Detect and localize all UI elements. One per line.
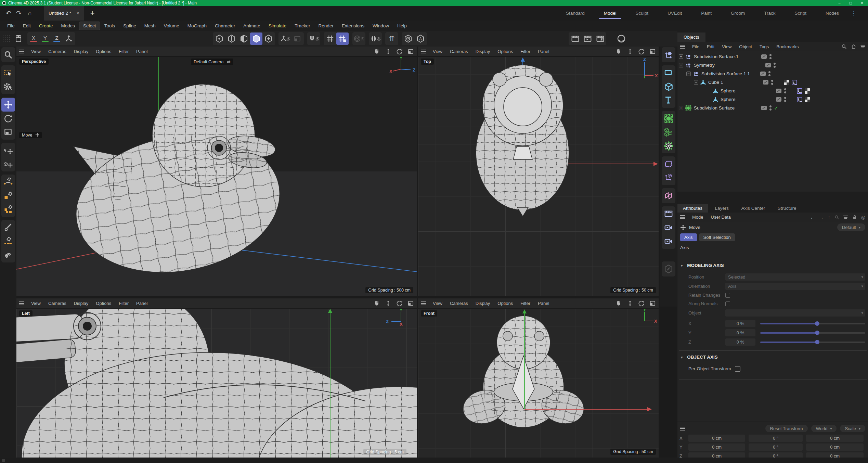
object-row[interactable]: + Subdivision Surface.1 [679, 52, 868, 61]
objects-menu-file[interactable]: File [689, 43, 703, 50]
workplane-icon[interactable] [291, 33, 303, 45]
menu-tools[interactable]: Tools [101, 22, 119, 30]
duck-model-top[interactable] [476, 65, 569, 216]
menu-extensions[interactable]: Extensions [338, 22, 368, 30]
field-object-icon[interactable] [662, 157, 675, 171]
target-icon[interactable]: ◎ [861, 215, 865, 220]
home-icon[interactable]: ⌂ [24, 10, 36, 17]
viewport-menu-options[interactable]: Options [92, 48, 115, 55]
lock-icon[interactable] [852, 215, 857, 220]
layer-chip[interactable] [761, 106, 767, 110]
layout-tab-nodes[interactable]: Nodes [816, 6, 848, 21]
object-row[interactable]: − Cube 1 [679, 78, 868, 87]
viewport-menu-view[interactable]: View [429, 48, 446, 55]
viewport-menu-options[interactable]: Options [494, 48, 516, 55]
duck-model-perspective[interactable] [65, 84, 291, 288]
phong-tag-icon[interactable] [797, 97, 802, 102]
viewport-menu-panel[interactable]: Panel [133, 300, 151, 307]
rotate-view-icon[interactable] [638, 48, 645, 55]
viewport-menu-panel[interactable]: Panel [534, 300, 553, 307]
object-name[interactable]: Sphere [721, 97, 736, 102]
render-view-icon[interactable] [569, 33, 581, 45]
visibility-dots[interactable] [769, 54, 772, 59]
polygons-mode-icon[interactable] [238, 33, 250, 45]
x-percent-slider[interactable] [760, 323, 865, 324]
expand-toggle[interactable]: + [679, 54, 683, 59]
menu-window[interactable]: Window [369, 22, 393, 30]
expand-toggle[interactable]: − [679, 63, 683, 67]
history-forward-icon[interactable]: → [819, 215, 824, 220]
close-button[interactable]: × [861, 1, 863, 5]
expand-toggle[interactable]: − [686, 72, 691, 76]
viewport-label[interactable]: Perspective [19, 59, 49, 65]
maximize-view-icon[interactable] [407, 300, 414, 307]
object-name[interactable]: Symmetry [694, 63, 715, 68]
texture-tag-icon[interactable] [784, 80, 789, 85]
transform-selection-icon[interactable] [1, 143, 15, 157]
history-back-icon[interactable]: ← [810, 215, 815, 220]
preset-dropdown[interactable]: Default ▾ [837, 223, 865, 231]
menu-volume[interactable]: Volume [160, 22, 183, 30]
menu-help[interactable]: Help [393, 22, 411, 30]
lock-y-axis-button[interactable]: Y [39, 33, 51, 45]
menu-character[interactable]: Character [211, 22, 239, 30]
object-name[interactable]: Subdivision Surface.1 [694, 54, 739, 59]
subdivision-surface-generator-icon[interactable] [662, 112, 675, 125]
undo-icon[interactable]: ↶ [3, 9, 14, 17]
points-mode-icon[interactable] [213, 33, 225, 45]
active-camera-label[interactable]: Default Camera ⇄ [191, 59, 233, 65]
menu-render[interactable]: Render [315, 22, 337, 30]
objects-menu-view[interactable]: View [718, 43, 735, 50]
layout-tab-track[interactable]: Track [754, 6, 785, 21]
layer-chip[interactable] [763, 80, 768, 85]
object-name[interactable]: Subdivision Surface [694, 105, 735, 111]
dolly-view-icon[interactable] [385, 48, 391, 55]
snap-icon[interactable] [308, 33, 320, 45]
layer-chip[interactable] [776, 89, 781, 93]
align-normals-icon[interactable]: ⇈ [386, 33, 398, 45]
material-manager-icon[interactable] [615, 33, 627, 45]
viewport-menu-cameras[interactable]: Cameras [446, 48, 471, 55]
visibility-dots[interactable] [774, 63, 776, 68]
redo-icon[interactable]: ↷ [14, 9, 24, 17]
viewport-menu-display[interactable]: Display [70, 48, 92, 55]
transform-mode-dropdown[interactable]: Scale ▾ [840, 425, 865, 432]
duck-model-left[interactable] [16, 309, 417, 458]
object-row[interactable]: Sphere [679, 87, 868, 95]
auto-solo-icon[interactable]: A [414, 33, 427, 45]
layer-chip[interactable] [760, 72, 766, 76]
section-object-axis[interactable]: ▾ OBJECT AXIS [681, 355, 718, 360]
layout-tab-standard[interactable]: Standard [556, 6, 594, 21]
objects-menu-object[interactable]: Object [736, 43, 755, 50]
line-cut-icon[interactable] [1, 234, 15, 248]
coordinate-system-icon[interactable] [63, 33, 75, 45]
transform-objects-icon[interactable] [1, 157, 15, 171]
symmetry-icon[interactable] [369, 33, 381, 45]
object-name[interactable]: Cube 1 [708, 80, 723, 85]
along-normals-checkbox[interactable] [725, 301, 730, 306]
z-percent-slider[interactable] [760, 342, 865, 343]
object-row[interactable]: + Subdivision Surface ✓ [679, 104, 868, 112]
tab-structure[interactable]: Structure [772, 204, 802, 213]
menu-create[interactable]: Create [35, 22, 57, 30]
viewport-menu-view[interactable]: View [28, 300, 44, 307]
pan-view-icon[interactable] [616, 300, 622, 307]
viewport-perspective[interactable]: Y X Z Perspective Default Camera ⇄ Move … [16, 57, 417, 296]
scale-tool-icon[interactable] [1, 125, 15, 139]
home-icon[interactable] [851, 44, 856, 49]
viewport-menu-filter[interactable]: Filter [115, 300, 132, 307]
visibility-dots[interactable] [769, 105, 772, 111]
position-x-field[interactable]: 0 cm [688, 435, 745, 442]
search-icon[interactable] [841, 44, 847, 49]
generator-settings-icon[interactable] [662, 139, 675, 153]
volume-pen-icon[interactable] [1, 203, 15, 216]
layout-tab-sculpt[interactable]: Sculpt [626, 6, 658, 21]
rotate-view-icon[interactable] [638, 300, 645, 307]
coordinate-space-dropdown[interactable]: World ▾ [811, 425, 837, 432]
layout-tab-model[interactable]: Model [594, 6, 626, 21]
move-tool-icon[interactable] [1, 98, 15, 112]
model-mode-icon[interactable] [250, 33, 262, 45]
viewport-menu-options[interactable]: Options [494, 300, 516, 307]
null-object-icon[interactable] [662, 48, 675, 62]
enable-axis-icon[interactable] [279, 33, 291, 45]
